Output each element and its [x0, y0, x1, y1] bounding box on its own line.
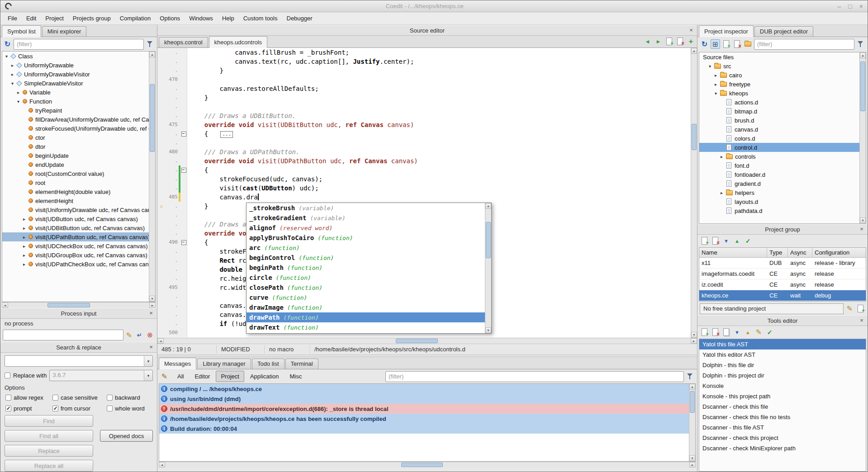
- find-button[interactable]: Find: [5, 415, 93, 427]
- expand-arrow-icon[interactable]: [21, 244, 27, 249]
- filter-all[interactable]: All: [172, 371, 189, 382]
- opened-docs-button[interactable]: Opened docs: [100, 430, 153, 442]
- tab-mini-explorer[interactable]: Mini explorer: [42, 26, 86, 37]
- scroll-thumb[interactable]: [47, 303, 90, 307]
- file-item-control-d[interactable]: control.d: [699, 143, 859, 152]
- async-mode-icon[interactable]: [743, 236, 753, 245]
- scroll-up-icon[interactable]: [689, 384, 695, 390]
- send-return-icon[interactable]: [135, 330, 144, 340]
- symbol-item-visit-udpathbutton-udc-re[interactable]: visit(UDPathButton udc, ref Canvas canva…: [2, 232, 149, 241]
- tab-dub-project-editor[interactable]: DUB project editor: [754, 26, 813, 37]
- scroll-thumb[interactable]: [150, 84, 155, 152]
- checkbox-allow-regex[interactable]: [5, 395, 11, 401]
- option-case-sensitive[interactable]: case sensitive: [52, 394, 107, 401]
- scroll-track[interactable]: [165, 462, 689, 467]
- menu-item-edit[interactable]: Edit: [22, 13, 41, 24]
- close-source-editor-icon[interactable]: [688, 27, 695, 34]
- scroll-thumb[interactable]: [692, 124, 697, 150]
- scroll-track[interactable]: [164, 338, 691, 344]
- tool-item-yatol-this-file-ast[interactable]: Yatol this file AST: [699, 339, 866, 349]
- move-down-icon[interactable]: [721, 236, 731, 245]
- message-row[interactable]: using /usr/bin/dmd (dmd): [159, 394, 689, 404]
- scroll-up-icon[interactable]: [485, 203, 491, 209]
- message-row[interactable]: compiling / ... /kheops/kheops.ce: [159, 384, 689, 394]
- code-line[interactable]: . strokeFocused(udc, canvas);: [157, 175, 690, 184]
- scroll-right-icon[interactable]: [691, 338, 697, 344]
- filter-misc[interactable]: Misc: [285, 371, 307, 382]
- scroll-thumb[interactable]: [860, 61, 865, 111]
- code-line[interactable]: . canvas.restoreAllDefaults;: [157, 84, 690, 93]
- messages-hscrollbar[interactable]: [159, 462, 696, 467]
- files-vscrollbar[interactable]: [859, 52, 866, 223]
- scroll-track[interactable]: [8, 302, 149, 308]
- file-item-helpers[interactable]: helpers: [699, 188, 859, 197]
- chevron-down-icon[interactable]: [144, 356, 152, 366]
- scroll-right-icon[interactable]: [689, 462, 696, 467]
- collapse-arrow-icon[interactable]: [713, 91, 719, 96]
- checkbox-case-sensitive[interactable]: [52, 395, 58, 401]
- menu-item-custom-tools[interactable]: Custom tools: [239, 13, 282, 24]
- fold-icon[interactable]: [180, 238, 187, 247]
- symbol-item-function[interactable]: Function: [2, 97, 149, 106]
- completion-item-alignof[interactable]: alignof(reserved word): [247, 223, 485, 233]
- expand-arrow-icon[interactable]: [9, 63, 15, 68]
- scroll-thumb[interactable]: [486, 222, 491, 258]
- symbol-item-visit-uniformlydrawable-ud[interactable]: visit(UniformlyDrawable udc, ref Canvas …: [2, 205, 149, 214]
- option-backward[interactable]: backward: [107, 394, 153, 401]
- symbol-item-visit-udpathcheckbox-udc[interactable]: visit(UDPathCheckBox udc, ref Canvas can…: [2, 260, 149, 269]
- expand-arrow-icon[interactable]: [21, 235, 27, 240]
- add-file-icon[interactable]: [721, 39, 731, 49]
- message-row[interactable]: /home/basile/dev/projects/kheops/kheops.…: [159, 414, 689, 424]
- file-item-controls[interactable]: controls: [699, 152, 859, 161]
- tree-view-icon[interactable]: [711, 39, 720, 49]
- refresh-project-icon[interactable]: [700, 39, 709, 49]
- tab-messages[interactable]: Messages: [159, 358, 196, 369]
- expand-arrow-icon[interactable]: [21, 253, 27, 258]
- column-async[interactable]: Async: [788, 248, 812, 257]
- scroll-left-icon[interactable]: [2, 302, 8, 308]
- symbol-item-endupdate[interactable]: endUpdate: [2, 160, 149, 169]
- code-line[interactable]: . canvas.fillBrush = _brushFont;: [157, 48, 690, 57]
- tool-item-dscanner-this-file-ast[interactable]: Dscanner - this file AST: [699, 422, 866, 433]
- checkbox-from-cursor[interactable]: [52, 406, 58, 411]
- file-item-cairo[interactable]: cairo: [699, 71, 859, 80]
- close-search-icon[interactable]: [147, 344, 155, 351]
- file-item-colors-d[interactable]: colors.d: [699, 134, 859, 143]
- project-row-imageformats-coedit[interactable]: imageformats.coeditCEasyncrelease: [699, 269, 866, 279]
- close-project-group-icon[interactable]: [858, 226, 865, 233]
- completion-item-curve[interactable]: curve(function): [247, 293, 485, 302]
- add-tool-icon[interactable]: [700, 327, 709, 337]
- symbol-tree-hscrollbar[interactable]: [2, 302, 156, 308]
- filter-editor[interactable]: Editor: [190, 371, 215, 382]
- replace-combo[interactable]: 3.6.7: [49, 370, 153, 381]
- edit-tool-icon[interactable]: [754, 327, 764, 337]
- search-value[interactable]: [5, 356, 144, 366]
- completion-item-drawtext[interactable]: drawText(function): [247, 322, 485, 332]
- expand-arrow-icon[interactable]: [21, 226, 27, 231]
- option-from-cursor[interactable]: from cursor: [52, 405, 107, 412]
- folded-block-icon[interactable]: ...: [220, 131, 233, 138]
- symbol-item-root-customcontrol-value[interactable]: root(CustomControl value): [2, 169, 149, 178]
- tab-project-inspector[interactable]: Project inspector: [699, 25, 754, 37]
- fold-icon[interactable]: [180, 129, 187, 138]
- checkbox-whole-word[interactable]: [107, 406, 113, 411]
- clear-messages-icon[interactable]: [160, 372, 169, 381]
- filter-options-icon[interactable]: [145, 39, 155, 49]
- scroll-up-icon[interactable]: [860, 52, 866, 58]
- expand-arrow-icon[interactable]: [9, 72, 15, 77]
- tool-item-dolphin-this-project-dir[interactable]: Dolphin - this project dir: [699, 370, 866, 381]
- menu-item-file[interactable]: File: [3, 13, 22, 24]
- replace-button[interactable]: Replace: [5, 445, 93, 457]
- code-line[interactable]: .: [157, 102, 690, 111]
- messages-filter-icon[interactable]: [685, 372, 695, 381]
- message-row[interactable]: Build duration: 00:00:04: [159, 424, 689, 434]
- maximize-icon[interactable]: [848, 3, 852, 10]
- close-tools-editor-icon[interactable]: [858, 317, 865, 325]
- scroll-down-icon[interactable]: [149, 296, 155, 302]
- add-project-icon[interactable]: [700, 236, 709, 245]
- close-document-icon[interactable]: [675, 37, 685, 46]
- tool-item-konsole[interactable]: Konsole: [699, 381, 866, 391]
- file-item-font-d[interactable]: font.d: [699, 161, 859, 170]
- scroll-up-icon[interactable]: [691, 48, 697, 54]
- option-whole-word[interactable]: whole word: [107, 405, 153, 412]
